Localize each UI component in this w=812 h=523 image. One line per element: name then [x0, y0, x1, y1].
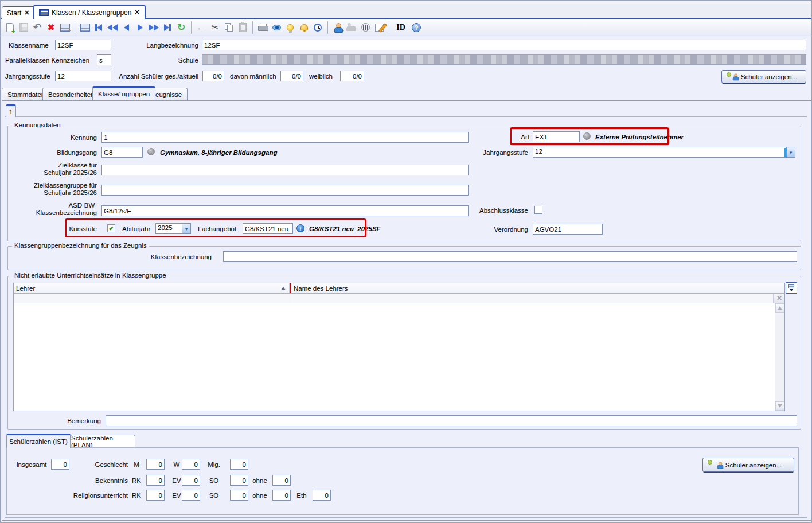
print-button[interactable]	[256, 20, 270, 35]
nav-last-icon	[164, 24, 171, 31]
tab-besonderheiten[interactable]: Besonderheiten	[42, 88, 100, 100]
bek-ohne-input[interactable]	[272, 475, 291, 486]
nav-prev-fast-button[interactable]	[106, 20, 119, 35]
undo-icon: ↶	[33, 23, 41, 32]
copy-button[interactable]	[222, 20, 236, 35]
schueler-anzeigen-button-top[interactable]: Schüler anzeigen...	[721, 70, 806, 83]
hint-button[interactable]	[283, 20, 297, 35]
maennlich-input[interactable]	[280, 71, 303, 81]
refresh-button[interactable]: ↻	[174, 20, 188, 35]
notification-button[interactable]	[297, 20, 311, 35]
klassengruppe-tab-1[interactable]: 1	[6, 104, 16, 117]
m-label: M	[128, 461, 145, 469]
klassenname-input[interactable]	[55, 40, 111, 50]
langbezeichnung-input[interactable]	[202, 40, 806, 50]
bemerkung-input[interactable]	[106, 415, 797, 426]
rel-ev-input[interactable]	[182, 490, 200, 501]
student-group-button[interactable]	[345, 20, 358, 35]
help-button[interactable]: ?	[409, 20, 423, 35]
bek-so-input[interactable]	[230, 475, 248, 486]
jahrgangsstufe-input[interactable]	[55, 71, 111, 81]
chevron-down-icon[interactable]: ▾	[786, 147, 795, 157]
bildungsgang-input[interactable]	[102, 147, 143, 158]
einsaetze-legend: Nicht erlaubte Unterrichtseinsätze in Kl…	[12, 272, 169, 279]
weiblich-input[interactable]	[340, 71, 364, 81]
rel-rk-input[interactable]	[146, 490, 165, 501]
undo-button[interactable]: ↶	[30, 20, 44, 35]
m-input[interactable]	[146, 459, 165, 470]
delete-record-button[interactable]: ✖	[44, 20, 58, 35]
column-chooser-button[interactable]	[786, 282, 797, 294]
klassenbezeichnung-input[interactable]	[223, 251, 797, 262]
nav-prev-button[interactable]	[119, 20, 133, 35]
rel-ohne-input[interactable]	[272, 490, 291, 501]
nav-first-icon	[95, 24, 102, 31]
bell-icon	[300, 24, 308, 30]
tab-klassen-klassengruppen[interactable]: Klassen / Klassengruppen ✕	[33, 5, 146, 19]
save-button[interactable]	[17, 20, 30, 35]
anzahl-schueler-label: Anzahl Schüler ges./aktuell	[117, 73, 198, 80]
bildungsgang-info-text: Gymnasium, 8-jähriger Bildungsgang	[160, 149, 277, 156]
column-header-lehrer[interactable]: Lehrer	[14, 283, 290, 293]
w-input[interactable]	[182, 459, 200, 470]
id-button[interactable]: ID	[392, 20, 409, 35]
clear-filter-button[interactable]: ✕	[774, 294, 784, 303]
cut-icon: ✂	[212, 23, 219, 32]
tab-schuelerzahlen-plan[interactable]: Schülerzahlen (PLAN)	[71, 435, 135, 448]
nav-last-button[interactable]	[161, 20, 174, 35]
rel-so-input[interactable]	[230, 490, 248, 501]
back-button[interactable]: ←	[194, 20, 208, 35]
tab-klasse-ngruppen[interactable]: Klasse/-ngruppen	[92, 86, 155, 100]
filter-settings-button[interactable]	[358, 20, 372, 35]
parallelklassen-input[interactable]	[97, 54, 111, 65]
verordnung-input[interactable]	[533, 224, 603, 235]
schueler-anzeigen-button-bottom[interactable]: Schüler anzeigen...	[702, 458, 794, 472]
asdbw-klassenbezeichnung-input[interactable]	[102, 205, 469, 216]
scroll-up-button[interactable]	[775, 303, 784, 313]
lehrer-table: Lehrer Name des Lehrers ✕	[13, 283, 785, 411]
nav-first-button[interactable]	[92, 20, 106, 35]
schedule-button[interactable]	[311, 20, 325, 35]
nav-next-fast-button[interactable]	[147, 20, 161, 35]
abschlussklasse-checkbox[interactable]	[534, 206, 542, 214]
anzahl-schueler-input[interactable]	[202, 71, 224, 81]
students-icon	[708, 460, 712, 465]
add-student-button[interactable]: +	[331, 20, 345, 35]
close-icon[interactable]: ✕	[24, 9, 29, 17]
remove-form-button[interactable]: −	[58, 20, 72, 35]
close-icon[interactable]: ✕	[134, 9, 139, 16]
list-view-button[interactable]	[78, 20, 92, 35]
rel-rk-label: RK	[128, 492, 145, 499]
zielklassengruppe-input[interactable]	[102, 185, 469, 196]
paste-button[interactable]	[236, 20, 249, 35]
insgesamt-label: insgesamt	[17, 461, 46, 469]
kennungsdaten-legend: Kennungsdaten	[12, 122, 63, 128]
nav-next-button[interactable]	[133, 20, 147, 35]
cut-button[interactable]: ✂	[208, 20, 222, 35]
tab-schuelerzahlen-ist[interactable]: Schülerzahlen (IST)	[6, 434, 71, 448]
jahrgangsstufe-combo[interactable]: 12 ▾	[533, 147, 795, 158]
kennung-input[interactable]	[102, 132, 469, 143]
bek-ev-input[interactable]	[182, 475, 200, 486]
mig-input[interactable]	[230, 459, 248, 470]
scroll-down-button[interactable]	[775, 401, 784, 411]
toolbar-separator	[252, 21, 253, 34]
asdbw-label-2: Klassenbezeichnung	[24, 209, 97, 217]
rel-eth-input[interactable]	[313, 490, 331, 501]
students-icon	[716, 462, 723, 468]
filter-cell-lehrer[interactable]	[14, 294, 291, 303]
parallelklassen-label: Parallelklassen Kennzeichen	[5, 57, 89, 64]
zielklassengruppe-label-2: Schuljahr 2025/26	[24, 189, 97, 197]
preview-button[interactable]	[270, 20, 283, 35]
klassenbezeichnung-label: Klassenbezeichnung	[97, 253, 212, 261]
bek-rk-input[interactable]	[146, 475, 165, 486]
new-record-button[interactable]: +	[3, 20, 17, 35]
students-icon	[727, 72, 731, 77]
zielklasse-input[interactable]	[102, 165, 469, 175]
tab-start[interactable]: Start ✕	[2, 6, 35, 19]
edit-note-button[interactable]	[372, 20, 386, 35]
column-header-name-des-lehrers[interactable]: Name des Lehrers	[291, 283, 784, 293]
table-vertical-scrollbar[interactable]	[775, 303, 784, 411]
filter-cell-name[interactable]	[291, 294, 774, 303]
kursstufe-annotation-box	[65, 218, 366, 237]
